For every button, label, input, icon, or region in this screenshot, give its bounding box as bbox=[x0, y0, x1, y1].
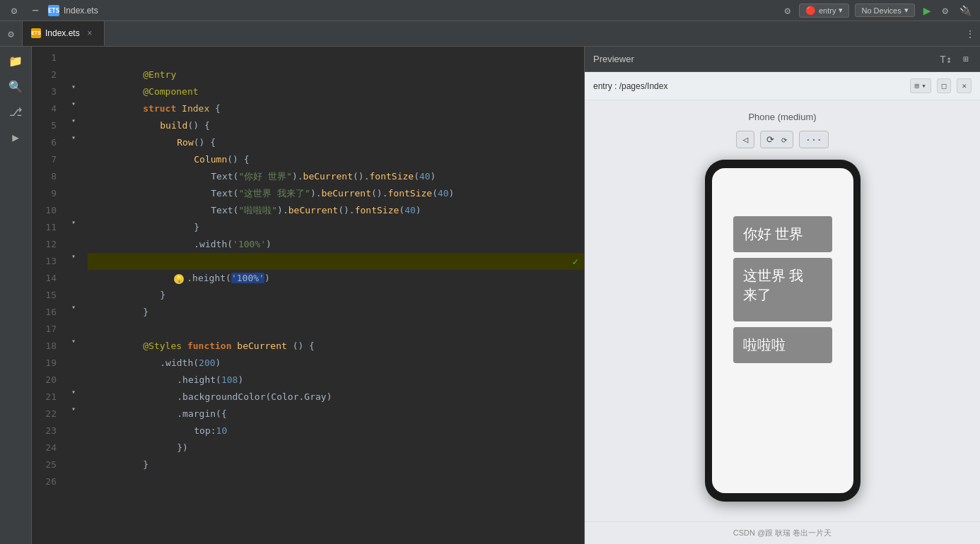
layout-icon: ⊞ bbox=[915, 81, 920, 90]
code-line-14: } bbox=[88, 270, 584, 287]
layout-chevron: ▾ bbox=[921, 81, 926, 90]
phone-screen: 你好 世界 这世界 我来了 啦啦啦 bbox=[712, 168, 853, 493]
fold-20[interactable]: ▾ bbox=[68, 403, 79, 414]
previewer-header: Previewer T↕ ⊞ bbox=[585, 47, 980, 72]
settings-icon[interactable]: ⚙ bbox=[6, 2, 23, 19]
code-line-16 bbox=[88, 304, 584, 321]
fold-9-b[interactable]: ▾ bbox=[68, 216, 79, 227]
tab-more-button[interactable]: ⋮ bbox=[960, 21, 980, 46]
fold-6[interactable]: ▾ bbox=[68, 131, 79, 143]
main-area: 📁 🔍 ⎇ ▶ 1 2 3 4 5 6 7 8 9 10 11 12 13 14 bbox=[0, 47, 980, 544]
entry-label: entry bbox=[819, 6, 836, 15]
phone-controls: ◁ ⟳ ⟳ ··· bbox=[736, 131, 828, 148]
previewer-toolbar: entry : /pages/Index ⊞ ▾ □ ✕ bbox=[585, 72, 980, 100]
tab-label: Index.ets bbox=[45, 28, 80, 38]
title-bar: ⚙ − ETS Index.ets ⚙ 🔴 entry ▾ No Devices… bbox=[0, 0, 980, 21]
code-line-21: .margin({ bbox=[88, 389, 584, 406]
rotate-button[interactable]: ⟳ ⟳ bbox=[760, 131, 793, 148]
previewer-content: Phone (medium) ◁ ⟳ ⟳ ··· 你好 世界 这世界 我来了 啦… bbox=[585, 100, 980, 521]
previewer-title: Previewer bbox=[593, 54, 634, 64]
code-line-26 bbox=[88, 473, 584, 490]
code-line-6: Column() { bbox=[88, 134, 584, 151]
gear-icon[interactable]: ⚙ bbox=[940, 5, 951, 16]
entry-chevron: ▾ bbox=[839, 6, 843, 15]
code-line-23: }) bbox=[88, 422, 584, 439]
code-line-15: } bbox=[88, 287, 584, 304]
editor-area[interactable]: 1 2 3 4 5 6 7 8 9 10 11 12 13 14 15 16 1… bbox=[32, 47, 584, 544]
back-button[interactable]: ◁ bbox=[736, 131, 754, 148]
layout-button[interactable]: ⊞ ▾ bbox=[910, 78, 931, 93]
entry-path: entry : /pages/Index bbox=[593, 81, 904, 91]
code-line-20: .backgroundColor(Color.Gray) bbox=[88, 372, 584, 389]
run-button[interactable]: ▶ bbox=[921, 3, 934, 18]
git-icon[interactable]: ⎇ bbox=[7, 103, 24, 120]
toolbar-right: ⚙ 🔴 entry ▾ No Devices ▾ ▶ ⚙ 🔌 bbox=[782, 3, 974, 18]
no-devices-label: No Devices bbox=[861, 6, 901, 15]
text-size-icon[interactable]: T↕ bbox=[937, 52, 955, 66]
code-line-13: 💡.height('100%') ✓ bbox=[88, 253, 584, 270]
fold-4[interactable]: ▾ bbox=[68, 97, 79, 109]
previewer-header-icons: T↕ ⊞ bbox=[937, 52, 972, 66]
phone-device: 你好 世界 这世界 我来了 啦啦啦 bbox=[705, 160, 861, 502]
tab-bar: ⚙ ETS Index.ets × ⋮ bbox=[0, 21, 980, 47]
more-options-button[interactable]: ··· bbox=[799, 131, 828, 148]
code-line-19: .height(108) bbox=[88, 355, 584, 372]
title-bar-left: ⚙ − ETS Index.ets bbox=[6, 2, 98, 19]
previewer-footer: CSDN @跟 耿瑞 卷出一片天 bbox=[585, 521, 980, 544]
code-line-11: .width('100%') bbox=[88, 219, 584, 236]
code-line-4: build() { bbox=[88, 100, 584, 117]
code-line-9: Text("啦啦啦").beCurrent().fontSize(40) bbox=[88, 185, 584, 202]
run-debug-icon[interactable]: ▶ bbox=[7, 129, 24, 146]
window-button[interactable]: □ bbox=[937, 78, 952, 93]
code-line-3: struct Index { bbox=[88, 83, 584, 100]
close-preview-button[interactable]: ✕ bbox=[957, 78, 972, 93]
phone-text-lalala: 啦啦啦 bbox=[733, 327, 832, 363]
fold-19[interactable]: ▾ bbox=[68, 386, 79, 397]
tab-settings-button[interactable]: ⚙ bbox=[0, 21, 23, 46]
app-title: Index.ets bbox=[64, 6, 98, 16]
code-line-8: Text("这世界 我来了").beCurrent().fontSize(40) bbox=[88, 168, 584, 185]
previewer: Previewer T↕ ⊞ entry : /pages/Index ⊞ ▾ … bbox=[584, 47, 980, 544]
no-devices-chevron: ▾ bbox=[904, 6, 909, 15]
phone-text-hello-world: 你好 世界 bbox=[733, 216, 832, 252]
code-container[interactable]: 1 2 3 4 5 6 7 8 9 10 11 12 13 14 15 16 1… bbox=[32, 47, 584, 544]
code-line-1: @Entry bbox=[88, 49, 584, 66]
code-line-10: } bbox=[88, 202, 584, 219]
code-line-2: @Component bbox=[88, 66, 584, 83]
footer-text: CSDN @跟 耿瑞 卷出一片天 bbox=[733, 528, 832, 537]
close-preview-icon: ✕ bbox=[962, 81, 967, 90]
minimize-icon[interactable]: − bbox=[27, 2, 44, 19]
rotate-icon: ⟳ bbox=[766, 134, 774, 145]
window-icon: □ bbox=[942, 81, 947, 90]
plugin-icon[interactable]: 🔌 bbox=[957, 5, 974, 16]
code-line-7: Text("你好 世界").beCurrent().fontSize(40) bbox=[88, 151, 584, 168]
fold-11[interactable]: ▾ bbox=[68, 250, 79, 261]
folder-icon[interactable]: 📁 bbox=[7, 52, 24, 69]
code-lines[interactable]: @Entry @Component struct Index { build()… bbox=[85, 47, 584, 544]
fold-16[interactable]: ▾ bbox=[68, 335, 79, 346]
tab-file-icon: ETS bbox=[31, 28, 41, 38]
app-icon: ETS bbox=[48, 5, 59, 16]
tab-close-button[interactable]: × bbox=[84, 28, 95, 39]
line-numbers: 1 2 3 4 5 6 7 8 9 10 11 12 13 14 15 16 1… bbox=[32, 47, 64, 544]
code-line-24: } bbox=[88, 439, 584, 456]
code-line-17: @Styles function beCurrent () { bbox=[88, 321, 584, 338]
phone-label: Phone (medium) bbox=[748, 112, 816, 122]
code-line-18: .width(200) bbox=[88, 338, 584, 355]
search-icon[interactable]: 🔍 bbox=[7, 78, 24, 95]
gutter: ▾ ▾ ▾ ▾ ▾ ▾ ▾ ▾ ▾ ▾ bbox=[64, 47, 85, 544]
code-line-12: } bbox=[88, 236, 584, 253]
code-line-5: Row() { bbox=[88, 117, 584, 134]
left-sidebar: 📁 🔍 ⎇ ▶ bbox=[0, 47, 32, 544]
checkmark: ✓ bbox=[573, 253, 578, 270]
fold-3[interactable]: ▾ bbox=[68, 81, 79, 92]
inspector-icon[interactable]: ⊞ bbox=[960, 52, 972, 66]
fold-5[interactable]: ▾ bbox=[68, 114, 79, 126]
device-settings-icon[interactable]: ⚙ bbox=[782, 5, 793, 16]
tab-index-ets[interactable]: ETS Index.ets × bbox=[23, 21, 105, 46]
code-line-25 bbox=[88, 456, 584, 473]
entry-dropdown[interactable]: 🔴 entry ▾ bbox=[799, 4, 849, 18]
no-devices-dropdown[interactable]: No Devices ▾ bbox=[855, 4, 914, 17]
fold-14[interactable]: ▾ bbox=[68, 301, 79, 312]
phone-text-this-world: 这世界 我来了 bbox=[733, 258, 832, 321]
